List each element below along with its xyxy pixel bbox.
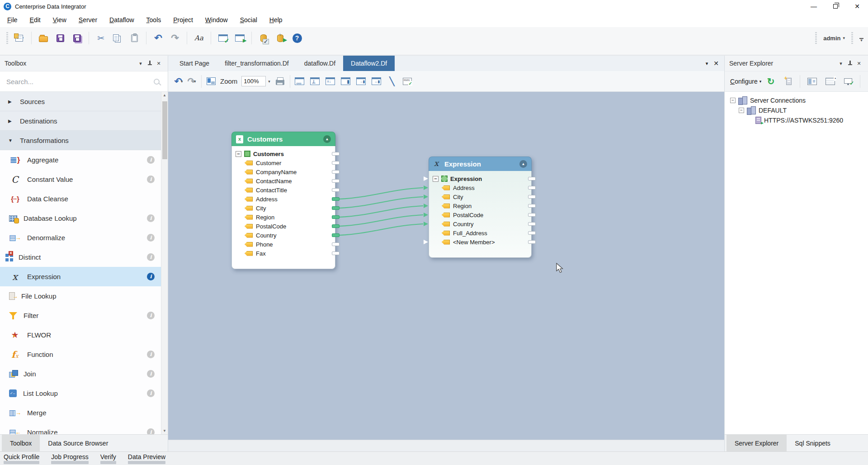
collapse-node-button[interactable]: ▲	[519, 160, 527, 168]
dataflow-canvas[interactable]: Customers▲−CustomersCustomerCompanyNameC…	[168, 92, 724, 440]
save-button[interactable]	[53, 31, 67, 45]
field-row[interactable]: City	[232, 204, 335, 213]
server-properties-button[interactable]	[806, 75, 818, 88]
toolbox-item-data-cleanse[interactable]: Data Cleanse	[0, 189, 161, 209]
input-port[interactable]	[424, 222, 428, 226]
run-dataflow-button[interactable]	[232, 31, 247, 45]
panel-close-icon[interactable]: ✕	[154, 61, 163, 66]
field-row[interactable]: Address	[429, 183, 531, 192]
output-port[interactable]	[528, 240, 536, 244]
toolbox-section-destinations[interactable]: ▶Destinations	[0, 111, 161, 131]
node-root-row[interactable]: −Customers	[232, 149, 335, 158]
info-icon[interactable]: i	[147, 312, 155, 319]
output-port[interactable]	[332, 179, 340, 183]
panel-pin-icon[interactable]	[145, 61, 154, 66]
menu-tools[interactable]: Tools	[146, 16, 161, 24]
toolbox-item-file-lookup[interactable]: File Lookup	[0, 286, 161, 306]
document-tab-dataflow2-df[interactable]: Dataflow2.Df	[343, 56, 395, 71]
toolbar-overflow-button[interactable]	[859, 38, 863, 42]
panel-pin-icon[interactable]	[845, 61, 854, 66]
field-row[interactable]: Fax	[232, 249, 335, 258]
fit-window-button[interactable]	[205, 75, 217, 88]
data-preview-button[interactable]	[401, 75, 413, 88]
document-tab-filter-transformation-df[interactable]: filter_transformation.Df	[217, 56, 297, 71]
output-port[interactable]	[332, 233, 340, 237]
user-menu[interactable]: admin	[823, 35, 840, 42]
scroll-down-icon[interactable]: ▼	[163, 427, 166, 434]
collapse-expander-icon[interactable]: −	[730, 98, 736, 103]
verify-connection-button[interactable]	[842, 75, 854, 88]
panel-right-button[interactable]	[340, 75, 352, 88]
input-port[interactable]	[424, 195, 428, 199]
document-tab-dataflow-df[interactable]: dataflow.Df	[297, 56, 343, 71]
scrollbar-thumb[interactable]	[162, 101, 167, 159]
collapse-expander-icon[interactable]: −	[739, 108, 744, 113]
toolbox-item-list-lookup[interactable]: List Lookupi	[0, 384, 161, 403]
input-port[interactable]	[424, 185, 428, 190]
toolbox-search-input[interactable]	[5, 77, 154, 86]
tab-close-icon[interactable]: ✕	[713, 60, 719, 67]
toolbox-scrollbar[interactable]: ▲ ▼	[161, 92, 168, 434]
toolbox-item-distinct[interactable]: Distincti	[0, 247, 161, 267]
field-row[interactable]: Country	[429, 219, 531, 228]
output-port[interactable]	[332, 188, 340, 192]
tree-node-https-astwks251-9260[interactable]: HTTPS://ASTWKS251:9260	[730, 115, 868, 125]
output-port[interactable]	[528, 213, 536, 217]
bottom-tab-sql-snippets[interactable]: Sql Snippets	[787, 435, 839, 451]
menu-edit[interactable]: Edit	[30, 16, 41, 24]
bottom-tab-server-explorer[interactable]: Server Explorer	[726, 435, 787, 451]
toolbox-item-function[interactable]: Functioni	[0, 345, 161, 364]
undo-button[interactable]	[151, 31, 165, 45]
output-port[interactable]	[332, 224, 340, 228]
field-row[interactable]: PostalCode	[429, 210, 531, 219]
info-icon[interactable]: i	[147, 156, 155, 164]
input-port[interactable]	[424, 176, 428, 181]
layout-list-button[interactable]	[325, 75, 336, 88]
collapse-node-button[interactable]: ▲	[323, 135, 331, 143]
status-item-verify[interactable]: Verify	[100, 452, 116, 465]
panel-menu-icon[interactable]: ▾	[836, 61, 845, 66]
draw-link-button[interactable]	[386, 75, 398, 88]
info-icon[interactable]: i	[147, 273, 155, 280]
configure-button[interactable]: Configure ▾	[730, 78, 761, 85]
tree-node-server-connections[interactable]: −Server Connections	[730, 95, 868, 105]
help-button[interactable]	[290, 31, 304, 45]
output-port[interactable]	[332, 242, 340, 246]
output-port[interactable]	[528, 204, 536, 208]
toolbox-item-filter[interactable]: Filteri	[0, 306, 161, 325]
menu-social[interactable]: Social	[240, 16, 257, 24]
output-port[interactable]	[332, 161, 340, 165]
close-button[interactable]: ✕	[846, 0, 868, 13]
output-port[interactable]	[528, 231, 536, 235]
collapse-expander-icon[interactable]: −	[236, 151, 241, 157]
field-row[interactable]: Region	[232, 213, 335, 222]
field-row[interactable]: ContactName	[232, 176, 335, 185]
info-icon[interactable]: i	[147, 176, 155, 183]
output-port[interactable]	[528, 222, 536, 226]
field-row[interactable]: PostalCode	[232, 222, 335, 231]
verify-job-button[interactable]	[256, 31, 271, 45]
tab-list-dropdown-icon[interactable]: ▾	[706, 61, 708, 66]
panel-collapse-button[interactable]	[371, 75, 382, 88]
zoom-dropdown-icon[interactable]: ▾	[268, 79, 270, 84]
field-row[interactable]: ContactTitle	[232, 185, 335, 195]
field-row[interactable]: Full_Address	[429, 228, 531, 237]
toolbox-section-transformations[interactable]: ▼Transformations	[0, 131, 161, 150]
connection-line[interactable]	[339, 188, 423, 199]
output-port[interactable]	[528, 195, 536, 199]
undo-button[interactable]: ▾	[173, 75, 184, 88]
paste-button[interactable]	[127, 31, 142, 45]
run-job-button[interactable]	[273, 31, 288, 45]
menu-server[interactable]: Server	[79, 16, 97, 24]
bottom-tab-toolbox[interactable]: Toolbox	[2, 435, 40, 451]
user-menu-caret-icon[interactable]: ▾	[843, 36, 845, 40]
toolbox-item-database-lookup[interactable]: Database Lookupi	[0, 209, 161, 228]
status-item-job-progress[interactable]: Job Progress	[51, 452, 88, 465]
layout-tree-button[interactable]	[309, 75, 321, 88]
node-expression[interactable]: Expression▲−ExpressionAddressCityRegionP…	[429, 157, 532, 258]
info-icon[interactable]: i	[147, 428, 155, 434]
bottom-tab-data-source-browser[interactable]: Data Source Browser	[40, 435, 116, 451]
redo-button[interactable]: ▾	[186, 75, 198, 88]
menu-help[interactable]: Help	[269, 16, 283, 24]
output-port[interactable]	[528, 186, 536, 190]
